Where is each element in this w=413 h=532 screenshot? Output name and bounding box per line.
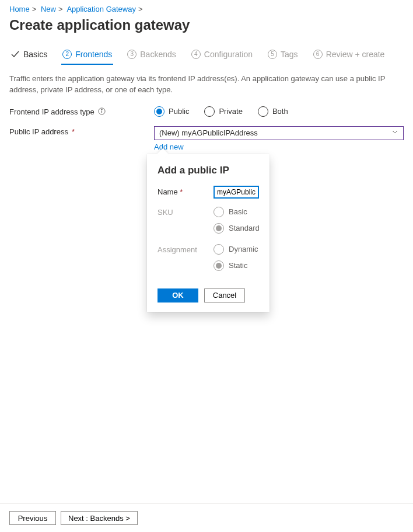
step-number-icon: 6	[313, 50, 323, 59]
radio-assignment-dynamic: Dynamic	[214, 244, 259, 255]
step-number-icon: 4	[191, 50, 201, 59]
frontend-ip-type-radios: Public Private Both	[154, 106, 404, 117]
chevron-right-icon: >	[32, 5, 37, 13]
info-icon[interactable]	[98, 107, 106, 117]
tab-tags[interactable]: 5 Tags	[267, 50, 299, 65]
radio-icon	[154, 106, 164, 117]
wizard-tabs: Basics 2 Frontends 3 Backends 4 Configur…	[9, 50, 404, 65]
tab-label: Backends	[140, 50, 176, 59]
name-label: Name	[158, 187, 178, 196]
frontend-ip-type-label: Frontend IP address type	[9, 107, 94, 116]
add-new-link[interactable]: Add new	[154, 142, 184, 151]
radio-icon	[204, 106, 215, 117]
chevron-down-icon	[391, 128, 398, 137]
radio-label: Basic	[229, 207, 247, 216]
chevron-right-icon: >	[58, 5, 63, 13]
breadcrumb-home[interactable]: Home	[9, 5, 30, 13]
next-button[interactable]: Next : Backends >	[61, 511, 138, 525]
popover-title: Add a public IP	[158, 165, 259, 176]
radio-label: Static	[229, 261, 248, 270]
tab-label: Tags	[281, 50, 298, 59]
public-ip-label: Public IP address	[9, 127, 68, 136]
required-indicator: *	[72, 127, 75, 136]
tab-label: Basics	[23, 50, 47, 59]
step-number-icon: 2	[62, 50, 72, 59]
tab-description: Traffic enters the application gateway v…	[9, 74, 404, 96]
tab-label: Frontends	[75, 50, 112, 59]
cancel-button[interactable]: Cancel	[204, 288, 245, 302]
breadcrumb-application-gateway[interactable]: Application Gateway	[66, 5, 136, 13]
tab-label: Review + create	[326, 50, 385, 59]
ok-button[interactable]: OK	[158, 288, 198, 302]
previous-button[interactable]: Previous	[9, 511, 56, 525]
sku-label: SKU	[158, 207, 214, 217]
radio-icon	[258, 106, 268, 117]
radio-label: Standard	[229, 224, 260, 232]
tab-configuration[interactable]: 4 Configuration	[190, 50, 254, 65]
add-public-ip-popover: Add a public IP Name * SKU	[147, 154, 270, 312]
radio-private[interactable]: Private	[204, 106, 242, 117]
radio-assignment-static: Static	[214, 260, 259, 271]
tab-label: Configuration	[204, 50, 253, 59]
radio-sku-standard: Standard	[214, 223, 260, 234]
assignment-label: Assignment	[158, 244, 214, 254]
tab-basics[interactable]: Basics	[9, 50, 48, 65]
radio-both[interactable]: Both	[258, 106, 288, 117]
breadcrumb: Home> New> Application Gateway>	[9, 5, 404, 16]
check-icon	[10, 50, 20, 59]
svg-point-2	[102, 109, 102, 110]
dropdown-value: (New) myAGPublicIPAddress	[159, 128, 258, 137]
radio-icon	[214, 260, 224, 271]
step-number-icon: 3	[127, 50, 136, 59]
radio-label: Private	[219, 107, 242, 116]
radio-icon	[214, 207, 224, 217]
radio-label: Dynamic	[229, 245, 258, 253]
radio-sku-basic: Basic	[214, 207, 260, 217]
required-indicator: *	[180, 187, 183, 196]
radio-icon	[214, 223, 224, 234]
chevron-right-icon: >	[138, 5, 143, 13]
radio-label: Public	[169, 107, 189, 116]
tab-frontends[interactable]: 2 Frontends	[61, 50, 113, 65]
step-number-icon: 5	[268, 50, 277, 59]
tab-review-create[interactable]: 6 Review + create	[312, 50, 386, 65]
breadcrumb-new[interactable]: New	[41, 5, 56, 13]
radio-public[interactable]: Public	[154, 106, 189, 117]
radio-icon	[214, 244, 224, 255]
page-title: Create application gateway	[9, 17, 404, 33]
public-ip-dropdown[interactable]: (New) myAGPublicIPAddress	[154, 126, 404, 140]
name-input[interactable]	[214, 186, 259, 199]
wizard-footer: Previous Next : Backends >	[0, 503, 413, 532]
radio-label: Both	[272, 107, 288, 116]
tab-backends[interactable]: 3 Backends	[126, 50, 177, 65]
